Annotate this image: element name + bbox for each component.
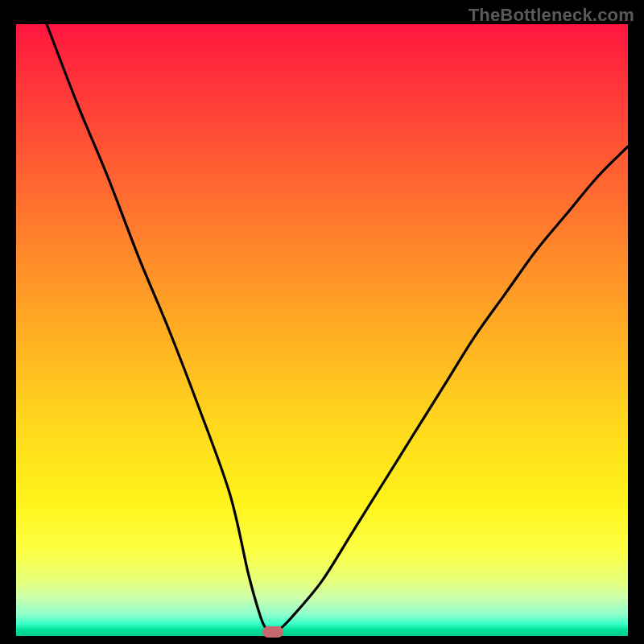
minimum-marker: [262, 626, 283, 638]
watermark-text: TheBottleneck.com: [469, 5, 634, 26]
bottleneck-curve-path: [47, 24, 628, 636]
chart-frame: TheBottleneck.com: [0, 0, 644, 644]
plot-area: [16, 24, 628, 636]
curve-svg: [16, 24, 628, 636]
